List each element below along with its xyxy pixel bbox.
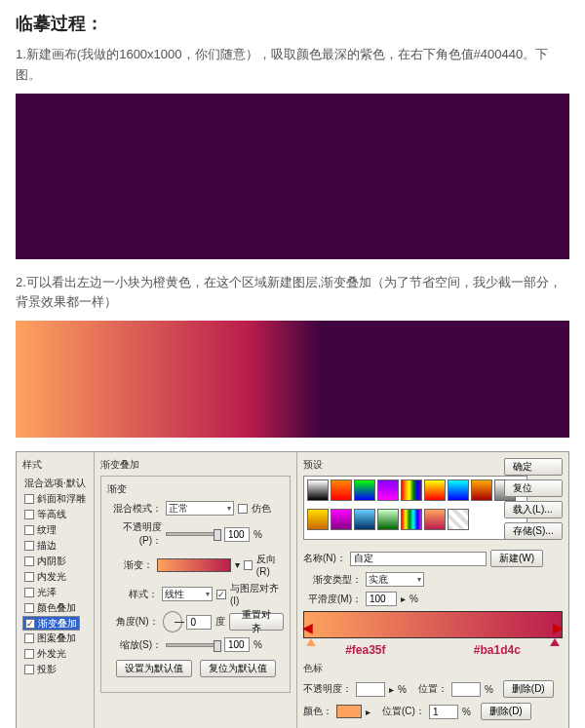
style-checkbox[interactable]: [24, 588, 34, 597]
opacity-slider[interactable]: [166, 532, 220, 536]
scale-input[interactable]: [224, 637, 250, 652]
style-checkbox[interactable]: [24, 572, 34, 582]
name-label: 名称(N)：: [303, 552, 346, 565]
angle-label: 角度(N)：: [107, 615, 159, 629]
chevron-down-icon: ▾: [227, 504, 231, 513]
preset-swatch[interactable]: [401, 479, 422, 501]
grad-sub: 渐变: [107, 482, 284, 496]
style-item-label: 图案叠加: [37, 632, 76, 645]
style-item-label: 斜面和浮雕: [37, 492, 86, 506]
style-item[interactable]: 内阴影: [22, 554, 88, 569]
type-select[interactable]: 实底▾: [366, 572, 424, 587]
preset-swatch[interactable]: [424, 509, 446, 530]
delete-stop2-button[interactable]: 删除(D): [481, 703, 531, 720]
style-checkbox[interactable]: [24, 633, 34, 643]
style-item[interactable]: 内发光: [22, 569, 88, 585]
scale-label: 缩放(S)：: [107, 638, 162, 652]
ok-button[interactable]: 确定: [504, 458, 563, 476]
load-button[interactable]: 载入(L)...: [504, 501, 563, 518]
gradient-overlay-column: 渐变叠加 渐变 混合模式： 正常▾ 仿色 不透明度(P)： % 渐变：: [95, 452, 297, 728]
style-checkbox[interactable]: [25, 619, 35, 629]
preset-swatch[interactable]: [448, 509, 469, 530]
mode-select[interactable]: 正常▾: [166, 501, 234, 516]
stop-opacity-input[interactable]: [356, 682, 385, 697]
style-item[interactable]: 等高线: [22, 507, 88, 522]
style-checkbox[interactable]: [24, 541, 34, 551]
angle-input[interactable]: [186, 615, 212, 630]
mode-label: 混合模式：: [107, 502, 162, 516]
gradient-editor-column: 确定 复位 载入(L)... 存储(S)... 预设 名称(N)： 新建(W) …: [297, 452, 568, 728]
preset-swatch[interactable]: [354, 479, 375, 501]
style-item[interactable]: 投影: [22, 662, 88, 677]
style-item-label: 渐变叠加: [38, 617, 77, 631]
cancel-button[interactable]: 复位: [504, 479, 563, 497]
preset-swatch[interactable]: [307, 509, 329, 530]
style-checkbox[interactable]: [24, 603, 34, 613]
gradient-swatch: [16, 321, 569, 438]
preset-swatch[interactable]: [331, 479, 352, 501]
preset-swatch[interactable]: [377, 479, 399, 501]
angle-dial[interactable]: [163, 611, 183, 632]
gradient-stop-left[interactable]: [306, 638, 316, 646]
reverse-checkbox[interactable]: [244, 560, 253, 570]
preset-swatch[interactable]: [424, 479, 446, 501]
style-item-label: 外发光: [37, 647, 66, 661]
stop-loc2-input[interactable]: [429, 705, 458, 719]
style-item-label: 纹理: [37, 523, 57, 537]
align-checkbox[interactable]: [216, 590, 226, 599]
purple-swatch: [16, 94, 569, 259]
style-item[interactable]: 渐变叠加: [22, 616, 80, 631]
style-checkbox[interactable]: [24, 494, 34, 504]
stop-loc-input[interactable]: [451, 682, 481, 697]
style-item[interactable]: 纹理: [22, 522, 88, 538]
preset-grid[interactable]: [303, 476, 527, 540]
preset-swatch[interactable]: [354, 509, 375, 530]
style-item[interactable]: 图案叠加: [22, 631, 88, 646]
gradient-preview[interactable]: [157, 558, 232, 572]
reset-default-button[interactable]: 复位为默认值: [200, 660, 276, 677]
scale-slider[interactable]: [166, 643, 220, 647]
preset-swatch[interactable]: [377, 509, 399, 530]
preset-swatch[interactable]: [471, 479, 492, 501]
name-input[interactable]: [350, 552, 487, 566]
preset-swatch[interactable]: [448, 479, 469, 501]
smooth-input[interactable]: [366, 592, 397, 606]
style-item[interactable]: 外发光: [22, 646, 88, 662]
gradient-bar[interactable]: ◀ ▶: [303, 611, 563, 638]
style-checkbox[interactable]: [24, 665, 34, 674]
new-button[interactable]: 新建(W): [490, 550, 543, 567]
chevron-down-icon[interactable]: ▾: [235, 559, 240, 570]
styles-header: 样式: [22, 458, 88, 472]
set-default-button[interactable]: 设置为默认值: [116, 660, 192, 677]
stop-color-label: 颜色：: [303, 705, 332, 718]
stop-color-swatch[interactable]: [336, 705, 362, 718]
preset-swatch[interactable]: [307, 479, 329, 501]
style-checkbox[interactable]: [24, 556, 34, 566]
style-checkbox[interactable]: [24, 510, 34, 519]
right-color-annotation: #ba1d4c: [474, 643, 521, 657]
preset-swatch[interactable]: [401, 509, 422, 530]
delete-stop-button[interactable]: 删除(D): [503, 680, 554, 698]
style-checkbox[interactable]: [24, 649, 34, 659]
save-button[interactable]: 存储(S)...: [504, 522, 563, 540]
align-label: 与图层对齐(I): [230, 582, 284, 606]
opacity-input[interactable]: [224, 527, 250, 542]
blend-default-row[interactable]: 混合选项·默认: [22, 476, 88, 491]
gradient-stop-right[interactable]: [550, 638, 560, 646]
preset-swatch[interactable]: [331, 509, 352, 530]
style-checkbox[interactable]: [24, 525, 34, 535]
style-item[interactable]: 光泽: [22, 585, 88, 600]
dither-checkbox[interactable]: [238, 504, 248, 514]
style-item-label: 投影: [37, 663, 57, 676]
styles-column: 样式 混合选项·默认 斜面和浮雕等高线纹理描边内阴影内发光光泽颜色叠加渐变叠加图…: [17, 452, 95, 728]
style-item-label: 内阴影: [37, 555, 66, 568]
chevron-down-icon: ▾: [206, 590, 210, 598]
style-item[interactable]: 斜面和浮雕: [22, 491, 88, 507]
style-select[interactable]: 线性▾: [162, 587, 213, 601]
grad-title: 渐变叠加: [100, 458, 291, 472]
style-item[interactable]: 描边: [22, 538, 88, 554]
reset-align-button[interactable]: 重置对齐: [229, 613, 284, 631]
grad-label: 渐变：: [107, 558, 153, 572]
arrow-right-icon: ▶: [553, 620, 564, 635]
style-item[interactable]: 颜色叠加: [22, 600, 88, 616]
